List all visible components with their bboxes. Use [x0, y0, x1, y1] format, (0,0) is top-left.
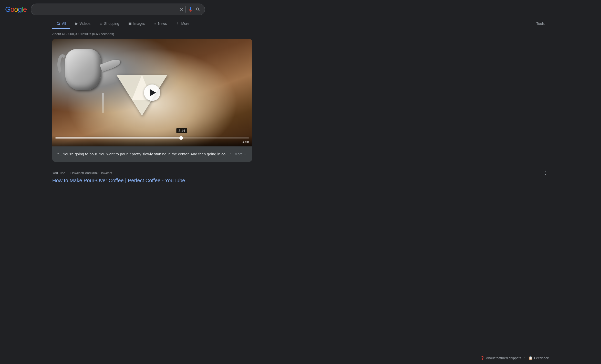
video-container[interactable]: 3:14 4:58 [52, 39, 252, 146]
video-duration: 4:58 [55, 140, 249, 144]
news-tab-icon: ≡ [154, 22, 156, 26]
logo-letter-o1: o [11, 5, 14, 13]
clear-button[interactable]: ✕ [179, 6, 184, 13]
pour-stream [102, 93, 104, 113]
search-bar[interactable]: how to make pour over coffee ✕ [31, 4, 205, 15]
nav-tabs: All ▶ Videos ◇ Shopping ▣ Images ≡ News … [0, 19, 601, 29]
transcript-text: "... You're going to pour. You want to p… [57, 152, 231, 156]
bottom-bar: ❓ About featured snippets • 📋 Feedback [0, 352, 601, 364]
tab-videos[interactable]: ▶ Videos [71, 19, 95, 29]
tab-tools[interactable]: Tools [532, 19, 549, 29]
microphone-icon [188, 7, 193, 12]
tab-more[interactable]: ⋮ More [172, 19, 193, 29]
progress-bar[interactable]: 3:14 [55, 137, 249, 138]
tab-tools-label: Tools [536, 22, 545, 26]
header: Google how to make pour over coffee ✕ [0, 0, 601, 19]
search-submit-icon [195, 7, 201, 12]
more-tab-icon: ⋮ [176, 22, 180, 26]
search-button[interactable] [194, 6, 202, 13]
search-input[interactable]: how to make pour over coffee [36, 7, 179, 12]
source-options-button[interactable]: ⋮ [542, 169, 549, 177]
featured-snippet-card: 3:14 4:58 "... You're going to pour. You… [52, 39, 252, 162]
logo-letter-o2: o [14, 5, 18, 13]
feedback-link[interactable]: 📋 Feedback [529, 356, 549, 360]
source-site: YouTube [52, 171, 65, 175]
play-button[interactable] [144, 84, 160, 101]
main-content: 3:14 4:58 "... You're going to pour. You… [0, 39, 601, 187]
source-separator: · [67, 171, 68, 175]
progress-thumb[interactable]: 3:14 [179, 136, 183, 140]
transcript-more-button[interactable]: More [234, 152, 243, 156]
svg-line-1 [59, 24, 60, 25]
logo-letter-g2: g [18, 5, 22, 13]
about-snippets-link[interactable]: ❓ About featured snippets [480, 356, 521, 360]
video-controls: 3:14 4:58 [52, 135, 252, 146]
results-count: About 412,000,000 results (0.68 seconds) [0, 29, 601, 39]
bottom-separator: • [524, 356, 525, 360]
source-info: YouTube · HowcastFoodDrink Howcast ⋮ [52, 166, 549, 178]
play-icon [150, 89, 156, 96]
tab-shopping[interactable]: ◇ Shopping [96, 19, 123, 29]
logo-letter-e: e [23, 5, 27, 13]
shopping-tab-icon: ◇ [100, 22, 102, 26]
tab-shopping-label: Shopping [104, 22, 119, 26]
source-channel: HowcastFoodDrink Howcast [70, 171, 112, 175]
tab-images[interactable]: ▣ Images [124, 19, 149, 29]
result-title-link[interactable]: How to Make Pour-Over Coffee | Perfect C… [52, 178, 549, 187]
feedback-label: Feedback [534, 356, 549, 360]
timestamp-bubble: 3:14 [177, 128, 187, 133]
tab-all-label: All [62, 22, 66, 26]
all-tab-icon [56, 22, 60, 26]
transcript-chevron: ⌄ [244, 153, 246, 156]
svg-point-0 [57, 22, 59, 25]
progress-fill [55, 137, 181, 138]
transcript-area: "... You're going to pour. You want to p… [52, 146, 252, 162]
images-tab-icon: ▣ [128, 22, 132, 26]
tab-news-label: News [158, 22, 167, 26]
tab-more-label: More [181, 22, 189, 26]
videos-tab-icon: ▶ [75, 22, 78, 26]
feedback-icon: 📋 [529, 356, 533, 360]
filter-cone [116, 75, 168, 126]
microphone-button[interactable] [187, 6, 194, 13]
logo-letter-g: G [5, 5, 11, 13]
search-divider [185, 6, 186, 13]
clear-icon: ✕ [180, 7, 183, 12]
tab-videos-label: Videos [80, 22, 91, 26]
kettle-body [65, 49, 101, 90]
kettle-illustration [63, 44, 114, 100]
tab-all[interactable]: All [52, 19, 70, 29]
tab-news[interactable]: ≡ News [150, 19, 171, 29]
about-label: About featured snippets [486, 356, 521, 360]
about-icon: ❓ [480, 356, 484, 360]
google-logo[interactable]: Google [5, 5, 27, 14]
tab-images-label: Images [133, 22, 145, 26]
